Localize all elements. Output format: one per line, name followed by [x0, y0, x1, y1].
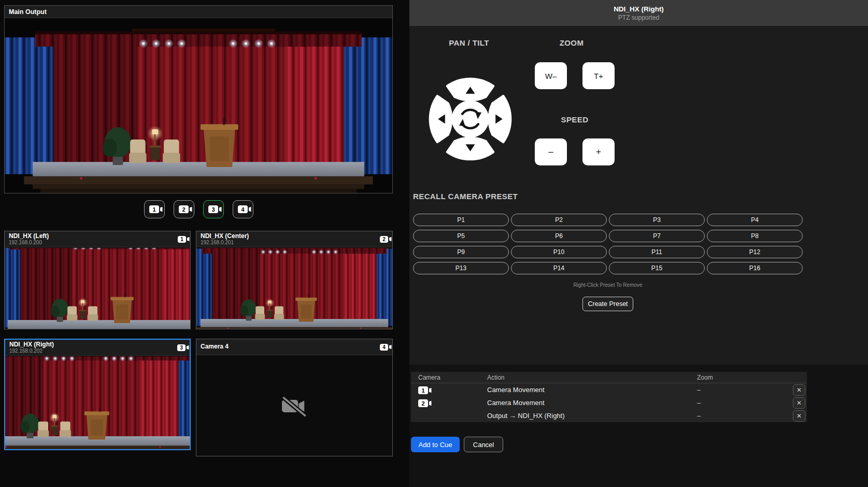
- preset-button-p13[interactable]: P13: [413, 262, 509, 274]
- preset-button-p7[interactable]: P7: [609, 230, 705, 242]
- tile-header: Camera 4 4: [196, 339, 392, 355]
- preset-button-p1[interactable]: P1: [413, 214, 509, 226]
- cue-zoom-value: –: [697, 386, 793, 394]
- stage-scene-right: [5, 356, 190, 449]
- speed-label: SPEED: [535, 115, 615, 124]
- pan-tilt-label: PAN / TILT: [430, 38, 508, 47]
- ptz-panel-title: NDI_HX (Right): [614, 5, 664, 13]
- preset-button-p3[interactable]: P3: [609, 214, 705, 226]
- stage-scene-main: [5, 19, 392, 193]
- action-column-header: Action: [487, 374, 697, 381]
- speed-minus-button[interactable]: –: [535, 138, 567, 165]
- zoom-tele-button[interactable]: T+: [582, 62, 615, 89]
- main-output-title: Main Output: [9, 8, 47, 16]
- camera-select-button-2[interactable]: 2: [174, 200, 194, 218]
- preset-button-p16[interactable]: P16: [707, 262, 803, 274]
- camera-3-icon: 3: [177, 344, 186, 351]
- camera-1-icon: 1: [418, 386, 428, 394]
- preset-button-p15[interactable]: P15: [609, 262, 705, 274]
- preset-button-p4[interactable]: P4: [707, 214, 803, 226]
- main-output-titlebar: Main Output: [5, 6, 392, 18]
- camera-select-button-1[interactable]: 1: [144, 200, 165, 218]
- camera-1-icon: 1: [178, 236, 186, 243]
- tile-name: Camera 4: [201, 343, 380, 350]
- zoom-column-header: Zoom: [697, 374, 793, 381]
- recall-preset-label: RECALL CAMERA PRESET: [413, 192, 518, 201]
- camera-3-icon: 3: [208, 205, 218, 213]
- main-output-video: [5, 19, 392, 193]
- remove-cue-row-button[interactable]: ✕: [793, 397, 805, 409]
- camera-4-icon: 4: [238, 205, 248, 213]
- cue-zoom-value: –: [697, 399, 793, 407]
- preview-tile-ndi-left[interactable]: NDI_HX (Left) 192.168.0.200 1: [4, 231, 191, 329]
- camera-column-header: Camera: [418, 374, 487, 381]
- main-output-panel: Main Output: [4, 5, 393, 193]
- zoom-label: ZOOM: [546, 38, 597, 47]
- preset-button-p10[interactable]: P10: [511, 246, 607, 258]
- preset-button-p6[interactable]: P6: [511, 230, 607, 242]
- preset-button-p9[interactable]: P9: [413, 246, 509, 258]
- camera-selector-row: 1 2 3 4: [4, 200, 393, 218]
- cue-action-text: Camera Movement: [487, 386, 697, 394]
- create-preset-button[interactable]: Create Preset: [582, 297, 633, 311]
- cue-action-text: Camera Movement: [487, 399, 697, 407]
- camera-1-icon: 1: [149, 205, 159, 213]
- preset-grid: P1 P2 P3 P4 P5 P6 P7 P8 P9 P10 P11 P12 P…: [413, 214, 803, 274]
- tile-ip: 192.168.0.202: [9, 348, 177, 354]
- stage-scene-left: [5, 248, 190, 329]
- preset-button-p14[interactable]: P14: [511, 262, 607, 274]
- remove-cue-row-button[interactable]: ✕: [793, 384, 805, 396]
- ptz-panel-body: PAN / TILT ZOOM: [409, 26, 868, 365]
- cancel-button[interactable]: Cancel: [464, 437, 503, 452]
- camera-select-button-4[interactable]: 4: [233, 200, 253, 218]
- tile-name: NDI_HX (Center): [201, 233, 380, 240]
- speed-plus-button[interactable]: +: [582, 138, 615, 165]
- camera-2-icon: 2: [179, 205, 189, 213]
- stage-scene-center: [196, 248, 392, 329]
- camera-select-button-3[interactable]: 3: [203, 200, 224, 218]
- add-to-cue-button[interactable]: Add to Cue: [411, 437, 460, 452]
- camera-2-icon: 2: [380, 236, 388, 243]
- preset-remove-hint: Right-Click Preset To Remove: [413, 282, 803, 288]
- preset-button-p2[interactable]: P2: [511, 214, 607, 226]
- cue-row-2: 2 Camera Movement – ✕: [411, 396, 807, 409]
- preview-tile-ndi-center[interactable]: NDI_HX (Center) 192.168.0.201 2: [196, 231, 393, 329]
- preview-tile-camera-4[interactable]: Camera 4 4: [196, 339, 393, 456]
- camera-off-icon: [279, 394, 309, 419]
- preset-button-p5[interactable]: P5: [413, 230, 509, 242]
- tile-header: NDI_HX (Center) 192.168.0.201 2: [196, 231, 392, 247]
- ptz-home-button[interactable]: [451, 100, 489, 137]
- preset-button-p8[interactable]: P8: [707, 230, 803, 242]
- tile-header: NDI_HX (Right) 192.168.0.202 3: [5, 340, 190, 356]
- cue-row-3: Output → NDI_HX (Right) – ✕: [411, 409, 807, 422]
- cue-table-header: Camera Action Zoom: [411, 372, 807, 383]
- cue-footer: Camera Action Zoom 1 Camera Movement – ✕…: [409, 365, 868, 487]
- tile-name: NDI_HX (Right): [9, 341, 177, 348]
- tile-ip: 192.168.0.201: [201, 240, 380, 245]
- ptz-panel-header: NDI_HX (Right) PTZ supported: [409, 0, 868, 26]
- preset-button-p11[interactable]: P11: [609, 246, 705, 258]
- cue-zoom-value: –: [697, 412, 793, 420]
- remove-cue-row-button[interactable]: ✕: [793, 410, 805, 422]
- tile-header: NDI_HX (Left) 192.168.0.200 1: [5, 231, 190, 247]
- ptz-supported-subtitle: PTZ supported: [618, 14, 659, 21]
- cue-table: Camera Action Zoom 1 Camera Movement – ✕…: [411, 372, 807, 422]
- cue-row-1: 1 Camera Movement – ✕: [411, 383, 807, 396]
- zoom-wide-button[interactable]: W–: [535, 62, 567, 89]
- preset-button-p12[interactable]: P12: [707, 246, 803, 258]
- pan-tilt-pad: [425, 74, 516, 164]
- tile-name: NDI_HX (Left): [9, 233, 178, 240]
- camera-4-icon: 4: [380, 344, 388, 351]
- left-region: Main Output 1 2 3 4 NDI_HX (L: [0, 0, 409, 487]
- tile-ip: 192.168.0.200: [9, 240, 178, 245]
- cue-action-text: Output → NDI_HX (Right): [487, 412, 697, 420]
- ptz-camera-app: Main Output 1 2 3 4 NDI_HX (L: [0, 0, 868, 487]
- preview-tile-ndi-right-selected[interactable]: NDI_HX (Right) 192.168.0.202 3: [4, 339, 191, 450]
- camera-2-icon: 2: [418, 399, 428, 407]
